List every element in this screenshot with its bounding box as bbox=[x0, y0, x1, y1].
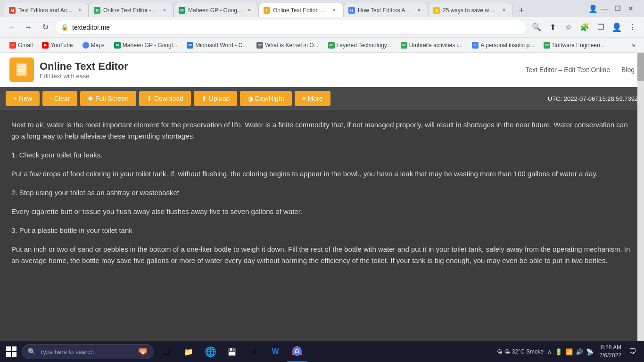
daynight-button[interactable]: ◑ Day/Night bbox=[240, 91, 291, 106]
tab-6-close[interactable]: × bbox=[500, 7, 508, 14]
edge-browser-button[interactable]: 🌐 bbox=[200, 341, 221, 362]
bookmark-gmail[interactable]: G Gmail bbox=[6, 40, 36, 50]
restore-button[interactable]: ❐ bbox=[612, 3, 623, 14]
search-bar[interactable]: 🔍 Type here to search 🌄 bbox=[22, 344, 154, 359]
tab-4-favicon: T bbox=[264, 7, 270, 14]
share-icon[interactable]: ⬆ bbox=[545, 20, 560, 35]
bookmark-kernel[interactable]: ae What is Kernel in O... bbox=[253, 40, 322, 50]
weather-text: 🌤 32°C Smoke bbox=[504, 348, 544, 355]
search-icon[interactable]: 🔍 bbox=[529, 20, 544, 35]
fullscreen-button[interactable]: ❋ Full Screen bbox=[80, 91, 136, 106]
wifi-icon: 📡 bbox=[586, 348, 594, 355]
cortana-icon: 🌄 bbox=[138, 347, 148, 356]
forward-button[interactable]: → bbox=[21, 20, 36, 35]
clear-button[interactable]: - Clear bbox=[42, 91, 77, 106]
more-button[interactable]: ≡ More bbox=[295, 91, 330, 106]
layered-favicon: ae bbox=[328, 42, 335, 49]
bookmark-insulin[interactable]: S A personal insulin p... bbox=[468, 40, 538, 50]
file-manager-button[interactable]: 💾 bbox=[222, 341, 242, 362]
computer-button[interactable]: 🖥 bbox=[243, 341, 264, 362]
weather-widget[interactable]: 🌤 🌤 32°C Smoke bbox=[495, 348, 545, 355]
paragraph-2: Put a few drops of food coloring in your… bbox=[11, 168, 633, 180]
tab-5-close[interactable]: × bbox=[415, 7, 423, 14]
tab-2[interactable]: R Online Text Editor - Pl... × bbox=[89, 3, 173, 17]
file-explorer-button[interactable]: 📁 bbox=[178, 341, 199, 362]
tab-1[interactable]: M Text Editors and Acad... × bbox=[4, 3, 89, 17]
umbrella-favicon: ae bbox=[401, 42, 407, 49]
list-item-2: 2. Stop using your toilet as an ashtray … bbox=[11, 187, 633, 198]
tab-1-close[interactable]: × bbox=[76, 7, 83, 14]
paragraph-4: Put an inch or two of sand or pebbles in… bbox=[11, 244, 633, 266]
toolbar-timestamp: UTC: 2022-07-06T15:28:59.739Z bbox=[548, 95, 638, 102]
back-button[interactable]: ← bbox=[4, 20, 19, 35]
bookmark-maheen[interactable]: M Maheen GP - Googl... bbox=[110, 40, 182, 50]
upload-button[interactable]: ⬆ Upload bbox=[194, 91, 237, 106]
website-content: Online Text Editor Edit text with ease T… bbox=[0, 53, 644, 362]
chevron-up-icon[interactable]: ∧ bbox=[547, 348, 552, 355]
bookmarks-more-button[interactable]: » bbox=[629, 40, 638, 51]
bookmark-maps[interactable]: 📍 Maps bbox=[79, 40, 108, 50]
bookmarks-bar: G Gmail ▶ YouTube 📍 Maps M Maheen GP - G… bbox=[0, 38, 644, 53]
tab-3-close[interactable]: × bbox=[246, 7, 253, 14]
profile-icon[interactable]: 👤 bbox=[589, 5, 597, 12]
text-editor[interactable]: Next to air, water is the most important… bbox=[0, 110, 644, 362]
notification-button[interactable]: 🗨 bbox=[627, 341, 638, 362]
site-header: Online Text Editor Edit text with ease T… bbox=[0, 53, 644, 87]
tab-3[interactable]: M Maheen GP - Google... × bbox=[173, 3, 258, 17]
tab-4-title: Online Text Editor – M... bbox=[273, 7, 328, 14]
minimize-button[interactable]: — bbox=[599, 3, 610, 14]
taskbar-sys: 🌤 🌤 32°C Smoke ∧ 🔋 📶 🔊 📡 8:28 AM 7/6/202… bbox=[495, 341, 642, 362]
taskbar-clock[interactable]: 8:28 AM 7/6/2022 bbox=[595, 344, 625, 360]
maheen-favicon: M bbox=[114, 42, 121, 49]
profile-avatar[interactable]: 👤 bbox=[609, 20, 624, 35]
new-button[interactable]: + New bbox=[6, 91, 40, 106]
extension-icon[interactable]: 🧩 bbox=[577, 20, 592, 35]
logo-icon bbox=[9, 58, 34, 82]
tab-4-close[interactable]: × bbox=[330, 7, 338, 14]
window-controls: 👤 — ❐ ✕ bbox=[586, 3, 640, 14]
bookmark-insulin-label: A personal insulin p... bbox=[480, 42, 534, 49]
tab-5[interactable]: H How Text Editors Are... × bbox=[343, 3, 428, 17]
start-icon bbox=[6, 346, 17, 357]
tab-3-title: Maheen GP - Google... bbox=[188, 7, 243, 14]
nav-actions: 🔍 ⬆ ☆ 🧩 ❐ 👤 ⋮ bbox=[529, 20, 640, 35]
browser-frame: M Text Editors and Acad... × R Online Te… bbox=[0, 0, 644, 362]
scrollbar-thumb[interactable] bbox=[637, 53, 644, 81]
tabs-container: M Text Editors and Acad... × R Online Te… bbox=[4, 0, 586, 17]
search-icon: 🔍 bbox=[28, 348, 36, 355]
address-bar[interactable]: 🔒 texteditor.me bbox=[55, 20, 527, 35]
start-button[interactable] bbox=[2, 342, 21, 361]
tab-4-active[interactable]: T Online Text Editor – M... × bbox=[258, 3, 343, 17]
close-button[interactable]: ✕ bbox=[625, 3, 636, 14]
maps-favicon: 📍 bbox=[83, 42, 89, 49]
tab-6[interactable]: 2 25 ways to save water × bbox=[428, 3, 513, 17]
bookmark-umbrella[interactable]: ae Umbrella activities i... bbox=[397, 40, 466, 50]
nav-link-editor[interactable]: Text Editor – Edit Text Online bbox=[525, 66, 610, 74]
scrollbar[interactable] bbox=[637, 53, 644, 341]
battery-icon: 🔋 bbox=[555, 348, 562, 355]
word-button[interactable]: W bbox=[265, 341, 286, 362]
bookmark-layered[interactable]: ae Layered Technology... bbox=[324, 40, 395, 50]
bookmark-icon[interactable]: ☆ bbox=[561, 20, 576, 35]
tab-1-favicon: M bbox=[9, 7, 16, 14]
tab-2-close[interactable]: × bbox=[161, 7, 168, 14]
tab-6-title: 25 ways to save water bbox=[443, 7, 497, 14]
bookmark-layered-label: Layered Technology... bbox=[337, 42, 391, 49]
task-view-button[interactable]: ❑ bbox=[157, 341, 177, 362]
bookmark-word[interactable]: W Microsoft Word - C... bbox=[183, 40, 251, 50]
download-button[interactable]: ⬇ Download bbox=[139, 91, 191, 106]
nav-link-blog[interactable]: Blog bbox=[621, 66, 635, 74]
list-item-1: 1. Check your toilet for leaks. bbox=[11, 149, 633, 161]
bookmark-youtube[interactable]: ▶ YouTube bbox=[38, 40, 76, 50]
volume-icon[interactable]: 🔊 bbox=[576, 348, 583, 355]
menu-button[interactable]: ⋮ bbox=[625, 20, 640, 35]
taskbar: 🔍 Type here to search 🌄 ❑ 📁 🌐 💾 🖥 W bbox=[0, 341, 644, 362]
bookmark-software[interactable]: ae Software Engineeri... bbox=[540, 40, 608, 50]
sidebar-icon[interactable]: ❐ bbox=[593, 20, 608, 35]
svg-point-8 bbox=[296, 350, 298, 353]
refresh-button[interactable]: ↻ bbox=[38, 20, 53, 35]
new-tab-button[interactable]: + bbox=[515, 4, 528, 17]
site-logo: Online Text Editor Edit text with ease bbox=[9, 58, 128, 82]
chrome-button[interactable] bbox=[287, 341, 307, 362]
word-favicon: W bbox=[187, 42, 193, 49]
